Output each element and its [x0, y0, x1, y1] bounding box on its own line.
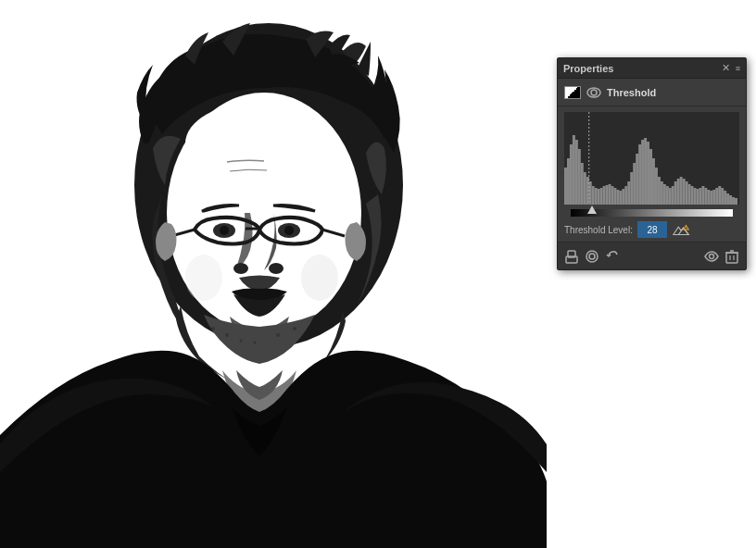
histogram-area [558, 106, 746, 218]
svg-rect-58 [658, 177, 661, 205]
reset-icon [605, 249, 620, 264]
svg-rect-30 [581, 163, 584, 205]
svg-point-22 [591, 90, 597, 95]
histogram-svg [564, 112, 739, 205]
svg-point-19 [293, 327, 296, 330]
svg-rect-28 [575, 140, 578, 205]
svg-rect-27 [573, 135, 575, 205]
svg-rect-54 [647, 142, 649, 205]
svg-point-15 [211, 327, 215, 330]
svg-rect-74 [701, 186, 704, 205]
svg-rect-83 [726, 193, 729, 205]
svg-rect-61 [666, 186, 669, 205]
svg-point-13 [185, 255, 222, 301]
threshold-slider-handle[interactable] [587, 206, 597, 214]
delete-adjustment-button[interactable] [724, 248, 740, 265]
svg-rect-60 [663, 184, 666, 205]
svg-rect-75 [704, 188, 707, 205]
svg-rect-44 [619, 191, 622, 205]
svg-point-5 [269, 263, 284, 274]
svg-rect-81 [721, 188, 724, 205]
mask-view-icon [585, 249, 599, 264]
svg-point-94 [586, 251, 598, 262]
svg-rect-49 [633, 163, 636, 205]
svg-rect-67 [683, 179, 686, 205]
svg-rect-47 [627, 181, 630, 205]
svg-point-4 [233, 263, 248, 274]
svg-rect-46 [624, 186, 627, 205]
svg-rect-52 [641, 140, 644, 205]
svg-rect-70 [691, 186, 694, 205]
svg-rect-64 [674, 181, 677, 205]
svg-rect-71 [694, 188, 697, 205]
svg-point-16 [225, 333, 229, 337]
svg-rect-53 [644, 138, 647, 205]
svg-rect-82 [724, 191, 726, 205]
svg-rect-86 [735, 198, 737, 205]
svg-rect-55 [649, 149, 652, 205]
svg-text:!: ! [686, 227, 687, 230]
svg-rect-45 [622, 189, 624, 205]
svg-rect-48 [630, 172, 633, 205]
svg-rect-31 [584, 172, 586, 205]
toolbar-right-group [703, 248, 740, 265]
svg-rect-62 [669, 188, 672, 205]
svg-rect-97 [726, 253, 737, 263]
svg-rect-41 [611, 186, 613, 205]
svg-rect-42 [613, 188, 616, 205]
svg-rect-76 [707, 190, 710, 205]
svg-rect-43 [616, 190, 619, 205]
layer-thumbnail-icon[interactable] [564, 86, 581, 99]
svg-rect-65 [677, 179, 680, 205]
threshold-level-label: Threshold Level: [564, 225, 633, 235]
svg-rect-63 [672, 186, 674, 205]
svg-rect-37 [600, 188, 603, 205]
svg-point-17 [240, 340, 243, 342]
svg-rect-73 [699, 188, 701, 205]
svg-rect-39 [606, 185, 609, 205]
panel-layer-header: Threshold [558, 79, 746, 106]
svg-rect-78 [712, 190, 715, 205]
slider-track[interactable] [571, 209, 733, 217]
svg-rect-26 [570, 144, 573, 205]
svg-rect-34 [592, 186, 595, 205]
svg-rect-59 [661, 181, 663, 205]
eye-icon [704, 251, 719, 262]
svg-rect-35 [595, 188, 598, 205]
svg-point-96 [710, 254, 714, 258]
svg-point-10 [220, 226, 229, 235]
svg-point-20 [254, 342, 257, 344]
svg-rect-24 [564, 168, 567, 205]
svg-point-12 [284, 226, 294, 235]
svg-rect-85 [732, 197, 735, 205]
panel-close-button[interactable]: ✕ [722, 62, 730, 74]
toggle-visibility-button[interactable] [703, 248, 720, 265]
clip-to-layer-button[interactable] [563, 248, 580, 265]
reset-button[interactable] [604, 248, 621, 265]
svg-rect-38 [603, 186, 606, 205]
svg-rect-50 [636, 154, 638, 205]
slider-area[interactable] [571, 209, 733, 226]
clip-icon [564, 249, 579, 264]
svg-point-18 [276, 333, 280, 337]
svg-rect-57 [655, 168, 658, 205]
visibility-icon[interactable] [586, 86, 602, 99]
svg-rect-66 [680, 177, 683, 205]
panel-menu-button[interactable]: ≡ [736, 64, 740, 73]
svg-point-95 [589, 254, 595, 259]
view-mask-button[interactable] [584, 248, 600, 265]
svg-rect-69 [688, 184, 691, 205]
svg-rect-80 [718, 186, 721, 205]
svg-rect-29 [578, 149, 581, 205]
panel-title: Properties [563, 63, 613, 74]
svg-rect-84 [729, 195, 732, 205]
panel-titlebar: Properties ✕ ≡ [558, 58, 746, 79]
panel-bottom-toolbar [558, 242, 746, 269]
svg-rect-56 [652, 158, 655, 205]
properties-panel: Properties ✕ ≡ Threshold [557, 57, 747, 270]
svg-rect-79 [715, 188, 718, 205]
svg-point-3 [185, 102, 334, 185]
svg-point-14 [301, 255, 338, 301]
svg-rect-40 [608, 184, 611, 205]
panel-controls: ✕ ≡ [722, 62, 740, 74]
